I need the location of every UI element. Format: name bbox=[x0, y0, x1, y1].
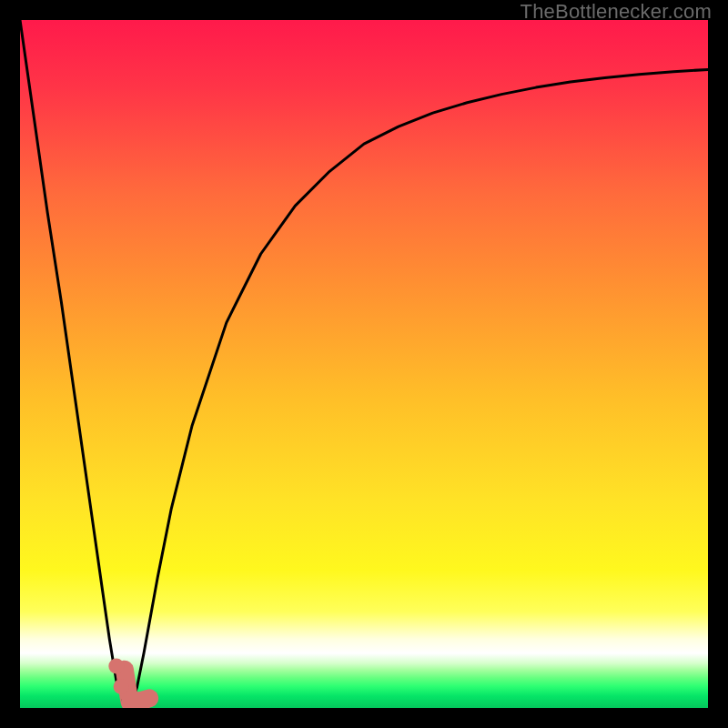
marker-dot bbox=[108, 658, 124, 673]
bottleneck-curve bbox=[20, 20, 708, 708]
plot-area bbox=[20, 20, 708, 708]
marker-dot bbox=[114, 679, 129, 694]
chart-svg bbox=[20, 20, 708, 708]
chart-frame: TheBottlenecker.com bbox=[0, 0, 728, 728]
